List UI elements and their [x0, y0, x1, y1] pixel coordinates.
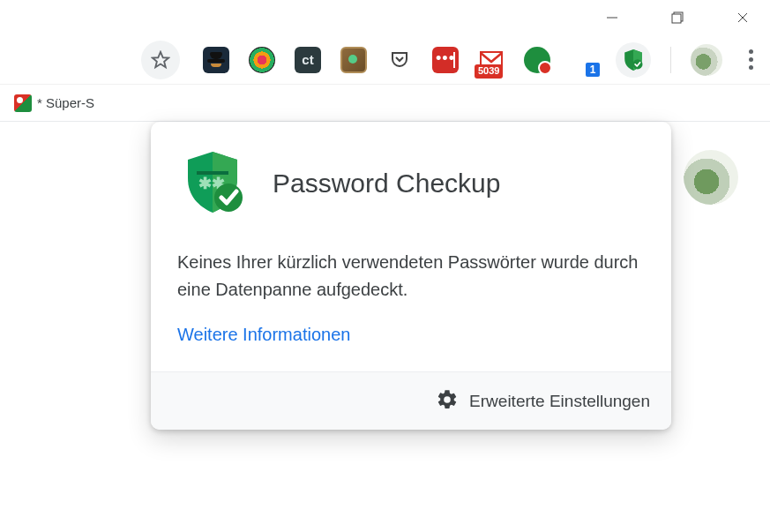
popup-advanced-settings-button[interactable]: Erweiterte Einstellungen	[469, 392, 650, 411]
bookmark-favicon-icon	[14, 94, 32, 112]
bookmark-star-button[interactable]	[141, 41, 180, 79]
extension-photo-icon[interactable]	[340, 47, 367, 73]
extension-password-checkup-icon[interactable]	[616, 42, 651, 78]
extension-blue-wrapper[interactable]: 1	[570, 47, 596, 73]
window-titlebar	[0, 0, 770, 35]
svg-rect-2	[672, 14, 681, 23]
pocket-icon	[389, 49, 410, 71]
password-checkup-popup: ✱✱ Password Checkup Keines Ihrer kürzlic…	[151, 122, 671, 430]
browser-menu-button[interactable]	[742, 49, 759, 70]
extension-ct-icon[interactable]: ct	[295, 47, 321, 73]
window-close-button[interactable]	[722, 2, 763, 34]
gmail-unread-badge: 5039	[475, 64, 503, 78]
popup-footer: Erweiterte Einstellungen	[151, 371, 671, 430]
window-minimize-button[interactable]	[592, 2, 632, 34]
lastpass-dots: •••	[436, 50, 455, 70]
svg-marker-5	[153, 51, 168, 66]
star-icon	[151, 50, 170, 70]
password-checkup-shield-icon: ✱✱	[177, 148, 248, 219]
page-profile-avatar[interactable]	[684, 150, 738, 205]
extension-colorpicker-icon[interactable]	[249, 47, 275, 73]
extension-notification-badge: 1	[584, 61, 602, 79]
extension-greenstatus-icon[interactable]	[524, 47, 550, 73]
bookmark-label: * Süper-S	[37, 95, 94, 110]
bookmark-item[interactable]: * Süper-S	[7, 91, 101, 116]
popup-message: Keines Ihrer kürzlich verwendeten Passwö…	[177, 249, 641, 303]
browser-toolbar: ct ••• 5039 1	[0, 35, 770, 85]
extension-gmail-icon[interactable]: 5039	[478, 47, 505, 73]
extension-pocket-icon[interactable]	[386, 47, 413, 73]
bookmarks-bar: * Süper-S	[0, 85, 770, 122]
popup-title: Password Checkup	[273, 169, 500, 199]
extension-privacy-hat-icon[interactable]	[203, 47, 229, 73]
shield-check-icon	[621, 48, 646, 72]
gear-icon	[436, 388, 459, 415]
extension-ct-label: ct	[302, 52, 313, 67]
profile-avatar[interactable]	[691, 44, 722, 76]
window-maximize-button[interactable]	[657, 2, 698, 34]
extension-lastpass-icon[interactable]: •••	[432, 47, 459, 73]
toolbar-separator	[670, 47, 671, 73]
popup-more-info-link[interactable]: Weitere Informationen	[177, 325, 641, 345]
